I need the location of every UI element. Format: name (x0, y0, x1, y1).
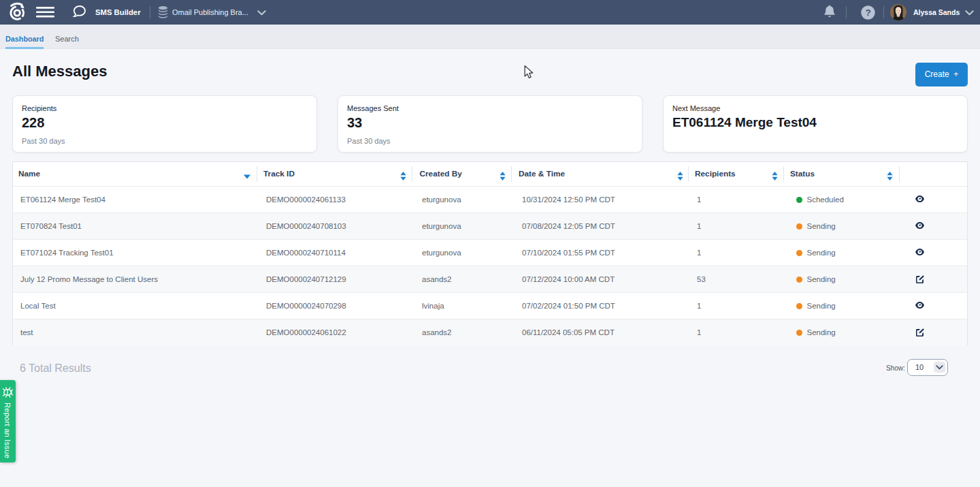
svg-text:?: ? (865, 7, 870, 18)
